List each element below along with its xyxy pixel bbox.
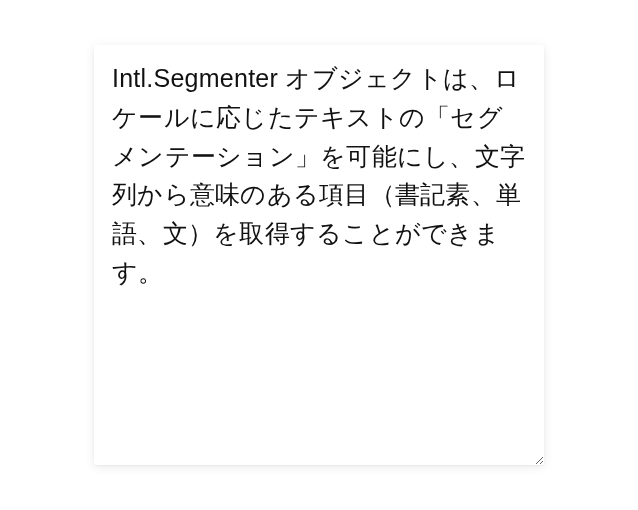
- textarea-wrap: [94, 45, 544, 465]
- content-textarea[interactable]: [94, 45, 544, 465]
- content-card: [94, 45, 544, 465]
